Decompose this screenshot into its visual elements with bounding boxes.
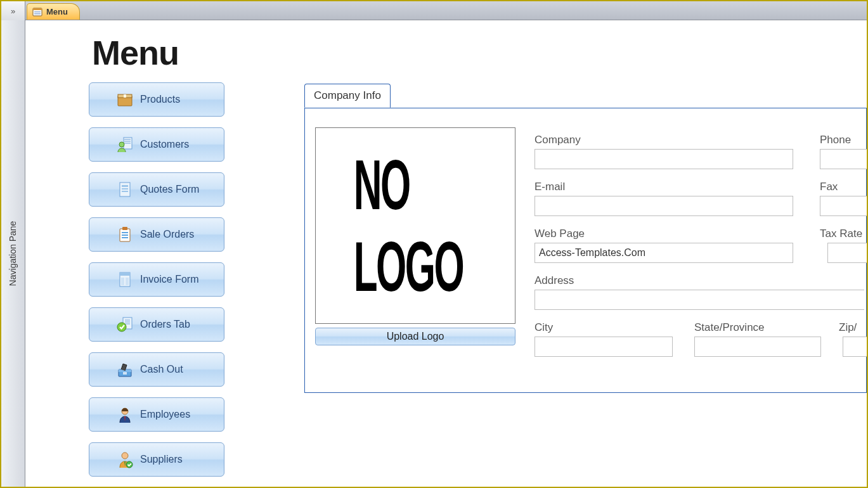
upload-logo-button[interactable]: Upload Logo — [315, 328, 515, 345]
menu-button-products[interactable]: Products — [89, 82, 224, 117]
taxrate-field[interactable] — [827, 243, 867, 263]
clipboard-icon — [116, 226, 134, 243]
label-email: E-mail — [534, 181, 565, 193]
zip-field[interactable] — [843, 337, 867, 357]
label-state: State/Province — [694, 321, 765, 334]
menu-button-invoice[interactable]: Invoice Form — [89, 262, 224, 297]
menu-button-suppliers[interactable]: Suppliers — [89, 442, 224, 477]
supplier-icon — [116, 451, 134, 468]
employee-icon — [116, 406, 134, 423]
company-info-panel: Company Info NO LOGO Upload Logo Company… — [304, 84, 867, 394]
svg-rect-18 — [126, 278, 129, 285]
expand-nav-button[interactable]: » — [1, 1, 25, 20]
label-webpage: Web Page — [534, 228, 585, 240]
menu-button-label: Orders Tab — [140, 319, 190, 330]
label-phone: Phone — [820, 134, 851, 146]
form-surface: Menu Products Customers Quotes Form Sa — [25, 20, 867, 487]
navigation-pane-label: Navigation Pane — [8, 221, 18, 286]
svg-rect-16 — [120, 273, 130, 276]
doc-icon — [116, 181, 134, 198]
tab-label: Menu — [46, 7, 68, 16]
svg-rect-1 — [33, 8, 42, 10]
svg-rect-11 — [122, 188, 128, 189]
menu-button-label: Cash Out — [140, 364, 183, 375]
city-field[interactable] — [534, 337, 673, 357]
svg-point-25 — [122, 453, 128, 459]
menu-button-sale-orders[interactable]: Sale Orders — [89, 217, 224, 252]
tab-menu[interactable]: Menu — [27, 3, 80, 20]
webpage-field[interactable] — [534, 243, 793, 263]
menu-button-label: Sale Orders — [140, 229, 194, 240]
page-title: Menu — [92, 33, 867, 72]
svg-rect-3 — [34, 13, 41, 15]
phone-field[interactable] — [820, 149, 867, 169]
svg-rect-2 — [34, 11, 41, 13]
menu-button-orders-tab[interactable]: Orders Tab — [89, 307, 224, 342]
label-zip: Zip/ — [839, 321, 857, 334]
cashbox-icon — [116, 361, 134, 378]
svg-point-20 — [117, 323, 126, 331]
email-field[interactable] — [534, 196, 793, 216]
label-city: City — [534, 321, 553, 334]
svg-rect-10 — [122, 185, 128, 187]
company-info-body: NO LOGO Upload Logo Company E-mail Web P… — [304, 108, 867, 393]
tab-company-info[interactable]: Company Info — [304, 84, 391, 108]
label-address: Address — [534, 274, 574, 287]
menu-button-column: Products Customers Quotes Form Sale Orde… — [89, 82, 224, 477]
label-taxrate: Tax Rate — [820, 228, 862, 240]
menu-button-quotes[interactable]: Quotes Form — [89, 172, 224, 207]
address-field[interactable] — [534, 290, 864, 310]
svg-rect-23 — [123, 372, 127, 375]
svg-point-8 — [119, 142, 124, 147]
menu-button-label: Suppliers — [140, 454, 183, 465]
label-fax: Fax — [820, 181, 838, 193]
chevron-right-icon: » — [11, 6, 15, 16]
menu-button-label: Customers — [140, 139, 189, 150]
person-icon — [116, 136, 134, 153]
company-field[interactable] — [534, 149, 793, 169]
document-tab-strip: Menu — [1, 1, 867, 20]
menu-button-label: Employees — [140, 409, 190, 420]
label-company: Company — [534, 134, 581, 146]
navigation-pane-collapsed[interactable]: Navigation Pane — [1, 20, 25, 487]
box-icon — [116, 91, 134, 108]
logo-preview: NO LOGO — [315, 127, 515, 324]
state-field[interactable] — [694, 337, 821, 357]
menu-button-label: Quotes Form — [140, 184, 199, 195]
svg-rect-17 — [121, 278, 124, 285]
fax-field[interactable] — [820, 196, 867, 216]
menu-button-employees[interactable]: Employees — [89, 397, 224, 432]
svg-point-26 — [126, 461, 133, 468]
menu-button-cash-out[interactable]: Cash Out — [89, 352, 224, 387]
svg-rect-14 — [122, 227, 127, 230]
menu-button-label: Products — [140, 94, 180, 105]
menu-button-label: Invoice Form — [140, 274, 198, 285]
form-icon — [32, 7, 42, 17]
invoice-icon — [116, 271, 134, 288]
svg-rect-6 — [124, 94, 126, 98]
check-icon — [116, 316, 134, 333]
menu-button-customers[interactable]: Customers — [89, 127, 224, 162]
logo-placeholder-text: NO LOGO — [354, 144, 477, 307]
svg-rect-12 — [122, 191, 128, 192]
